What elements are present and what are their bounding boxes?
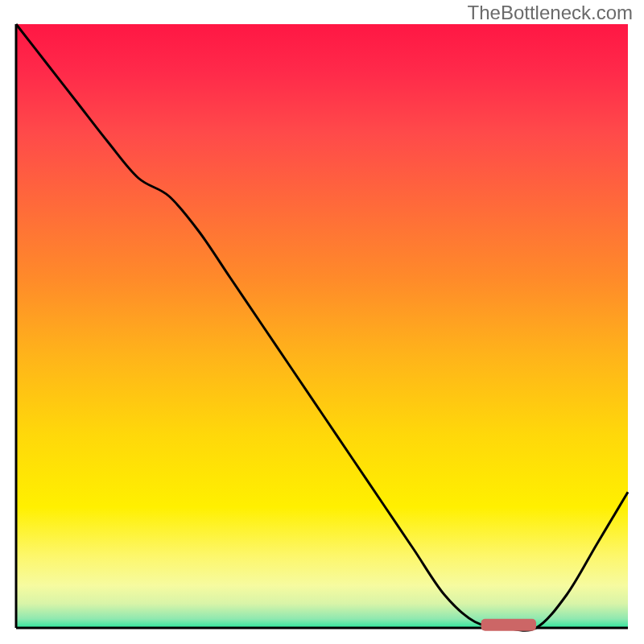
watermark-text: TheBottleneck.com [468,2,633,24]
chart-container: TheBottleneck.com [0,0,644,644]
bottleneck-chart [0,0,644,644]
optimal-marker [481,619,536,631]
plot-background [16,24,628,628]
